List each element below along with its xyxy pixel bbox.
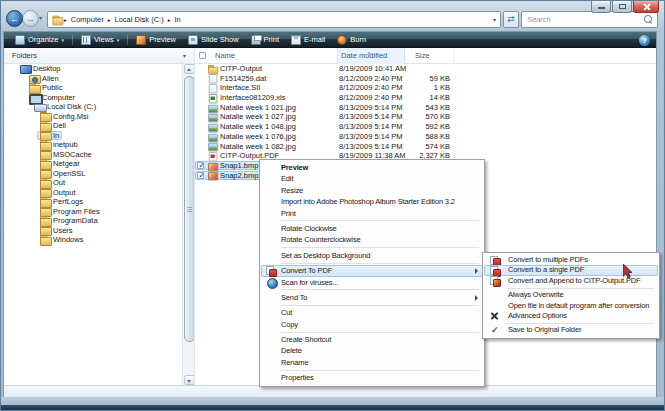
address-dropdown-icon[interactable] (493, 16, 496, 23)
scrollbar-thumb[interactable] (184, 76, 195, 342)
menu-item-convert-to-pdf[interactable]: Convert To PDF (261, 265, 483, 276)
tree-item-inetpub[interactable]: inetpub (4, 140, 182, 150)
tree-item-config-msi[interactable]: Config.Msi (4, 112, 182, 122)
tree-item-perflogs[interactable]: PerfLogs (4, 197, 182, 207)
tree-item-windows[interactable]: Windows (4, 235, 182, 245)
menu-item-create-shortcut[interactable]: Create Shortcut (261, 334, 483, 345)
menu-item-print[interactable]: Print (261, 208, 483, 219)
doc-icon (208, 84, 217, 92)
menu-item-always-overwrite[interactable]: Always Overwrite (484, 290, 658, 300)
minimize-button[interactable] (591, 1, 611, 13)
back-button[interactable] (6, 10, 23, 27)
folders-band[interactable]: Folders (4, 48, 194, 64)
tree-item-output[interactable]: Output (4, 188, 182, 198)
menu-item-advanced-options[interactable]: Advanced Options (484, 311, 658, 321)
tree-item-users[interactable]: Users (4, 226, 182, 236)
tree-item-program-files[interactable]: Program Files (4, 207, 182, 217)
toolbar-preview[interactable]: Preview (130, 32, 182, 47)
tree-item-public[interactable]: Public (4, 83, 182, 93)
recent-pages-chevron-icon[interactable] (39, 14, 42, 21)
file-row-interface-sii[interactable]: Interface.SII8/12/2009 2:40 PM1 KB (195, 83, 656, 93)
toolbar-burn[interactable]: Burn (331, 32, 372, 47)
tree-item-in[interactable]: In (4, 131, 182, 141)
column-name-label: Name (215, 51, 235, 60)
file-row-natalie-week-1-021-jpg[interactable]: Natalie week 1 021.jpg8/13/2009 5:14 PM5… (195, 103, 656, 113)
file-row-natalie-week-1-027-jpg[interactable]: Natalie week 1 027.jpg8/13/2009 5:14 PM5… (195, 112, 656, 122)
tree-item-box: Computer (26, 93, 78, 103)
file-size: 574 KB (395, 142, 450, 152)
menu-item-set-as-desktop-background[interactable]: Set as Desktop Background (261, 250, 483, 261)
menu-item-save-to-original-folder[interactable]: Save to Original Folder (484, 325, 658, 335)
breadcrumb-local-disk-c[interactable]: Local Disk (C:) (111, 15, 166, 24)
column-header-name[interactable]: Name (215, 48, 235, 64)
menu-item-send-to[interactable]: Send To (261, 292, 483, 303)
file-size: 588 KB (395, 132, 450, 142)
menu-item-edit[interactable]: Edit (261, 173, 483, 184)
file-name: Natalie week 1 076.jpg (220, 132, 296, 142)
file-date-modified: 8/13/2009 5:14 PM (339, 103, 402, 113)
refresh-button[interactable] (503, 11, 519, 28)
menu-item-resize[interactable]: Resize (261, 185, 483, 196)
menu-item-delete[interactable]: Delete (261, 345, 483, 356)
scroll-down-button[interactable] (184, 375, 195, 385)
file-row-interface081209-xls[interactable]: Interface081209.xls8/12/2009 2:40 PM14 K… (195, 93, 656, 103)
file-row-natalie-week-1-076-jpg[interactable]: Natalie week 1 076.jpg8/13/2009 5:14 PM5… (195, 132, 656, 142)
forward-button[interactable] (22, 10, 39, 27)
breadcrumb-computer[interactable]: Computer (68, 15, 107, 24)
file-row-citp-output[interactable]: CITP-Output8/19/2009 10:41 AM (195, 64, 656, 74)
menu-separator (281, 247, 479, 248)
folder-icon (208, 65, 217, 73)
tree-item-computer[interactable]: Computer (4, 93, 182, 103)
tree-item-desktop[interactable]: Desktop (4, 64, 182, 74)
menu-item-properties[interactable]: Properties (261, 372, 483, 383)
tree-item-allen[interactable]: Allen (4, 74, 182, 84)
help-icon[interactable] (639, 35, 650, 46)
menu-separator (281, 263, 479, 264)
toolbar-e-mail[interactable]: E-mail (285, 32, 331, 47)
breadcrumb-field[interactable]: ▸Computer▸Local Disk (C:)▸In (47, 11, 501, 28)
maximize-button[interactable] (612, 1, 632, 13)
breadcrumb-in[interactable]: In (171, 15, 183, 24)
file-checkbox[interactable] (197, 172, 204, 179)
menu-item-rotate-counterclockwise[interactable]: Rotate Counterclockwise (261, 234, 483, 245)
toolbar-organize[interactable]: Organize▾ (9, 32, 70, 47)
search-input[interactable] (526, 12, 644, 27)
column-divider[interactable] (453, 50, 454, 62)
column-header-date-modified[interactable]: Date modified (337, 48, 405, 64)
scroll-up-button[interactable] (184, 64, 195, 74)
file-row-f1514259-dat[interactable]: F1514259.dat8/12/2009 2:40 PM59 KB (195, 74, 656, 84)
select-all-checkbox[interactable] (199, 52, 206, 59)
toolbar-item-label: Preview (149, 35, 176, 44)
tree-item-netgear[interactable]: Netgear (4, 159, 182, 169)
toolbar-print[interactable]: Print (245, 32, 285, 47)
menu-item-scan-for-viruses[interactable]: Scan for viruses... (261, 277, 483, 288)
tree-item-dell[interactable]: Dell (4, 121, 182, 131)
collapse-chevron-icon[interactable] (183, 52, 186, 59)
tree-item-openssl[interactable]: OpenSSL (4, 169, 182, 179)
search-box[interactable] (521, 11, 658, 28)
folder-icon (40, 226, 50, 235)
file-size: 592 KB (395, 122, 450, 132)
menu-item-preview[interactable]: Preview (261, 162, 483, 173)
file-date-modified: 8/13/2009 5:14 PM (339, 122, 402, 132)
tree-item-out[interactable]: Out (4, 178, 182, 188)
menu-item-import-into-adobe-photoshop-album-starter-edition-3-2[interactable]: Import into Adobe Photoshop Album Starte… (261, 196, 483, 207)
column-header-size[interactable]: Size (405, 48, 430, 64)
tree-item-msocache[interactable]: MSOCache (4, 150, 182, 160)
menu-item-label: Resize (281, 186, 303, 195)
menu-item-rotate-clockwise[interactable]: Rotate Clockwise (261, 223, 483, 234)
tree-item-programdata[interactable]: ProgramData (4, 216, 182, 226)
menu-item-open-file-in-default-program-after-conversion[interactable]: Open file in default program after conve… (484, 301, 658, 311)
folder-icon (40, 197, 50, 206)
file-row-natalie-week-1-082-jpg[interactable]: Natalie week 1 082.jpg8/13/2009 5:14 PM5… (195, 142, 656, 152)
check-icon (490, 326, 500, 335)
toolbar-views[interactable]: Views▾ (75, 32, 125, 47)
menu-item-cut[interactable]: Cut (261, 307, 483, 318)
menu-item-copy[interactable]: Copy (261, 319, 483, 330)
menu-item-rename[interactable]: Rename (261, 357, 483, 368)
file-row-natalie-week-1-048-jpg[interactable]: Natalie week 1 048.jpg8/13/2009 5:14 PM5… (195, 122, 656, 132)
file-checkbox[interactable] (197, 162, 204, 169)
close-button[interactable] (633, 1, 659, 13)
tree-scrollbar[interactable] (182, 64, 194, 385)
toolbar-slide-show[interactable]: Slide Show (182, 32, 245, 47)
